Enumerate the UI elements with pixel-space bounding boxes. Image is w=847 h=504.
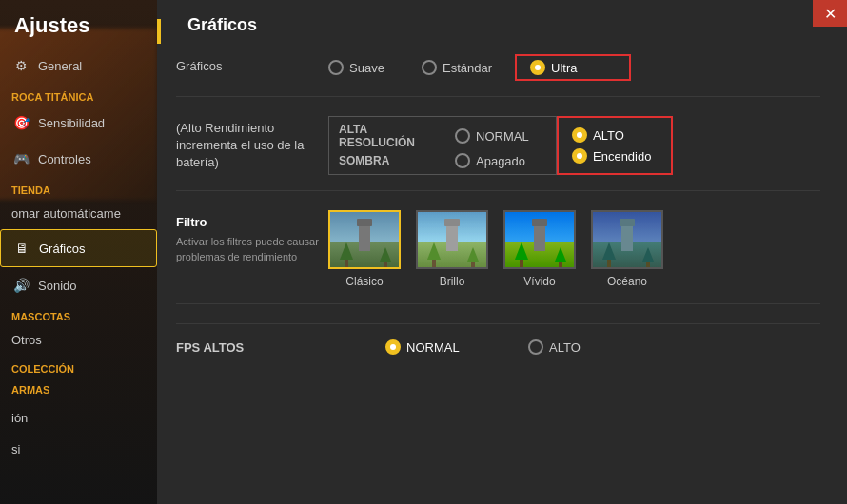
- filter-items-list: Clásico: [328, 210, 663, 288]
- radio-alta-res-label: NORMAL: [476, 129, 529, 144]
- sidebar-section-roca: ROCA TITÁNICA: [0, 84, 157, 105]
- radio-encendido: [572, 148, 587, 164]
- tree-2: [380, 247, 391, 267]
- sidebar-item-otros[interactable]: Otros: [0, 324, 157, 356]
- radio-label-estandar: Estándar: [443, 61, 492, 75]
- radio-alto-label: ALTO: [593, 128, 624, 143]
- close-button[interactable]: ✕: [813, 0, 847, 27]
- alta-resolucion-key: ALTA RESOLUCIÓN: [339, 123, 443, 149]
- tree-5: [515, 242, 528, 267]
- sidebar-section-armas: ARMAS: [0, 377, 157, 397]
- filter-vivido[interactable]: Vívido: [503, 210, 576, 288]
- radio-estandar: [422, 60, 437, 75]
- filtro-options: Clásico: [328, 210, 820, 288]
- radio-alta-res-normal: [455, 128, 470, 144]
- graphics-quality-label: Gráficos: [176, 54, 328, 75]
- filter-name-vivido: Vívido: [523, 275, 555, 288]
- radio-fps-normal: [385, 339, 401, 355]
- graphics-quality-options: Suave Estándar Ultra: [328, 54, 820, 81]
- fps-alto[interactable]: ALTO: [528, 339, 614, 355]
- sidebar-label-comprar: omar automáticame: [11, 206, 121, 221]
- radio-alto: [572, 127, 587, 143]
- tree-4: [467, 247, 479, 267]
- gamepad-icon: 🎮: [11, 149, 30, 168]
- sidebar-label-otros: Otros: [11, 333, 42, 347]
- graphics-option-ultra-box: Ultra: [515, 54, 631, 81]
- target-icon: 🎯: [11, 113, 30, 132]
- filter-scene-brillo: [418, 212, 486, 267]
- filtro-label: Filtro Activar los filtros puede causar …: [176, 210, 328, 264]
- filter-clasico[interactable]: Clásico: [328, 210, 401, 288]
- section-accent-bar: [157, 19, 161, 44]
- fps-normal[interactable]: NORMAL: [385, 339, 471, 355]
- radio-ultra: [530, 60, 545, 75]
- sidebar-item-general[interactable]: ⚙ General: [0, 48, 157, 84]
- sidebar-item-controles[interactable]: 🎮 Controles: [0, 141, 157, 177]
- filter-thumb-brillo: [416, 210, 488, 269]
- sidebar-label-graficos: Gráficos: [39, 242, 85, 256]
- content-area: Gráficos Gráficos Suave Estándar: [157, 0, 847, 370]
- radio-fps-alto-label: ALTO: [549, 340, 581, 355]
- radio-sombra: [455, 153, 470, 168]
- sidebar-nav: ⚙ General ROCA TITÁNICA 🎯 Sensibilidad 🎮…: [0, 48, 157, 397]
- sidebar-item-sensibilidad[interactable]: 🎯 Sensibilidad: [0, 105, 157, 141]
- graphics-option-estandar[interactable]: Estándar: [422, 60, 507, 75]
- sombra-key: SOMBRA: [339, 154, 443, 167]
- sombra-row: SOMBRA Apagado: [339, 153, 546, 168]
- sidebar-item-ion[interactable]: ión: [0, 402, 157, 434]
- sidebar-item-sonido[interactable]: 🔊 Sonido: [0, 267, 157, 303]
- graphics-option-suave[interactable]: Suave: [328, 60, 414, 75]
- filtro-row: Filtro Activar los filtros puede causar …: [176, 210, 820, 304]
- close-icon: ✕: [824, 5, 837, 23]
- filter-scene-vivido: [505, 212, 574, 267]
- radio-label-suave: Suave: [349, 61, 384, 75]
- sound-icon: 🔊: [11, 276, 30, 295]
- fps-row: FPS ALTOS NORMAL ALTO: [176, 339, 820, 355]
- main-panel: ✕ Gráficos Gráficos Suave Estándar: [157, 0, 847, 504]
- tower-oceano: [621, 224, 633, 251]
- display-icon: 🖥: [12, 239, 31, 258]
- filter-thumb-clasico: [328, 210, 401, 269]
- sidebar-bottom: ión si: [0, 402, 157, 465]
- alta-resolucion-row: ALTA RESOLUCIÓN NORMAL: [339, 123, 546, 149]
- high-perf-selected-box: ALTO Encendido: [557, 116, 673, 175]
- radio-suave: [328, 60, 344, 75]
- filter-scene-oceano: [593, 212, 661, 267]
- divider: [176, 323, 820, 324]
- sidebar-item-comprar[interactable]: omar automáticame: [0, 198, 157, 229]
- sidebar-label-sonido: Sonido: [38, 279, 76, 293]
- tower-brillo: [446, 224, 458, 251]
- high-perf-row: (Alto Rendimiento incrementa el uso de l…: [176, 116, 820, 191]
- alta-res-alto[interactable]: ALTO: [572, 127, 658, 143]
- section-title: Gráficos: [176, 15, 820, 35]
- filter-brillo[interactable]: Brillo: [416, 210, 488, 288]
- tower-clasico: [359, 224, 370, 251]
- alta-resolucion-normal[interactable]: NORMAL: [455, 128, 541, 144]
- sidebar-item-graficos[interactable]: 🖥 Gráficos: [0, 229, 157, 267]
- sidebar-label-general: General: [38, 59, 82, 73]
- fps-label: FPS ALTOS: [176, 340, 328, 355]
- high-perf-options: ALTA RESOLUCIÓN NORMAL SOMBRA Apagad: [328, 116, 820, 175]
- tree-7: [602, 242, 616, 267]
- high-perf-box-left: ALTA RESOLUCIÓN NORMAL SOMBRA Apagad: [328, 116, 557, 175]
- sombra-encendido[interactable]: Encendido: [572, 148, 658, 164]
- tree-6: [555, 247, 566, 267]
- radio-fps-normal-label: NORMAL: [406, 340, 460, 355]
- radio-sombra-label: Apagado: [476, 154, 525, 168]
- filter-name-oceano: Océano: [607, 275, 647, 288]
- sombra-apagado[interactable]: Apagado: [455, 153, 541, 168]
- sidebar-section-mascotas: MASCOTAS: [0, 303, 157, 324]
- tower-vivido: [534, 224, 545, 251]
- graphics-option-ultra[interactable]: Ultra: [530, 60, 616, 75]
- sidebar-label-controles: Controles: [38, 152, 91, 166]
- tree-8: [642, 247, 654, 267]
- radio-fps-alto: [528, 339, 543, 355]
- filter-thumb-vivido: [503, 210, 576, 269]
- filter-name-clasico: Clásico: [345, 275, 383, 288]
- app-title: Ajustes: [0, 0, 157, 48]
- sidebar-item-si[interactable]: si: [0, 434, 157, 465]
- gear-icon: ⚙: [11, 56, 30, 75]
- sidebar-section-tienda: TIENDA: [0, 177, 157, 198]
- filter-oceano[interactable]: Océano: [591, 210, 663, 288]
- tree-1: [340, 242, 353, 267]
